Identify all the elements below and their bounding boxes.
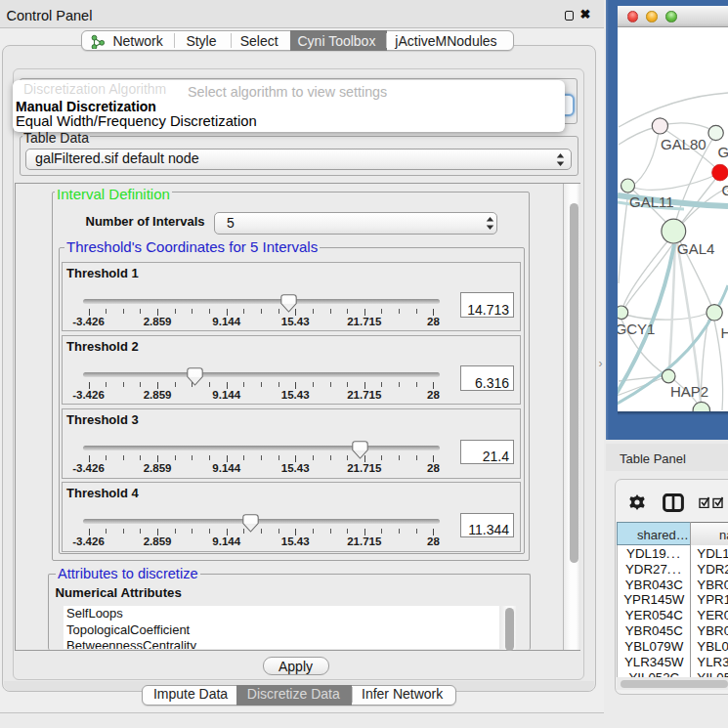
svg-text:HI: HI [721, 324, 728, 341]
svg-text:GA: GA [718, 144, 728, 160]
svg-text:GAL80: GAL80 [661, 136, 707, 152]
svg-text:GCY1: GCY1 [618, 321, 655, 337]
svg-text:HAP2: HAP2 [670, 383, 708, 400]
svg-text:GAL4: GAL4 [677, 240, 714, 257]
svg-text:GA: GA [722, 182, 728, 198]
svg-text:GAL11: GAL11 [629, 193, 674, 210]
